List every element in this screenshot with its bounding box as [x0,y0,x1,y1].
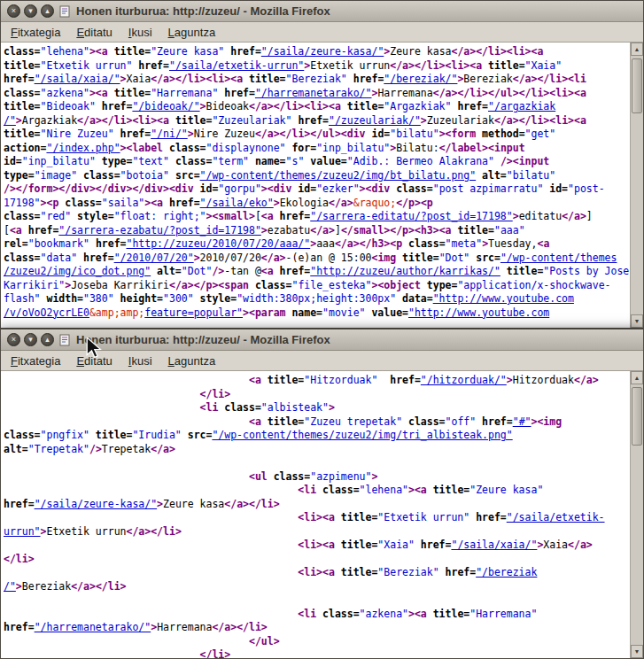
menu-editatu[interactable]: Editatu [68,351,120,370]
source-line: flash" width="380" height="300" style="w… [4,292,630,306]
source-line: alt="Trepetak"/>Trepetak</a> [4,443,630,457]
window-controls: ×▾▴ [7,333,54,346]
source-pane[interactable]: class="lehena"><a title="Zeure kasa" hre… [1,43,630,328]
source-line: /></form></div></div></div><div id="gorp… [4,182,630,197]
scroll-down-icon[interactable]: ▼ [631,314,643,328]
menu-ikusi[interactable]: Ikusi [120,22,160,42]
menubar: FitxategiaEditatuIkusiLaguntza [1,22,643,43]
source-line: title="Bideoak" href="/bideoak/">Bideoak… [4,100,630,114]
maximize-button[interactable]: ▴ [41,4,54,18]
scroll-down-icon[interactable]: ▼ [631,645,643,658]
source-line: /">Bereziak</a></li> [4,580,630,594]
window-title: Honen iturburua: http://zuzeu/ - Mozilla… [76,333,330,346]
document-icon [58,333,72,346]
source-line: id="inp_bilatu" type="text" class="term"… [4,155,630,169]
source-line: <li><a title="Xaia" href="/saila/xaia/">… [4,539,630,553]
menu-laguntza[interactable]: Laguntza [160,22,224,42]
source-line: 17198"><p class="saila"><a href="/saila/… [4,197,630,211]
source-line [4,456,630,470]
window-controls: ×▾▴ [7,4,54,18]
source-line: rel="bookmark" href="http://zuzeu/2010/0… [4,237,630,252]
view-source-window-2: ×▾▴ Honen iturburua: http://zuzeu/ - Moz… [0,329,644,659]
source-line: class="red" style="float: right;"><small… [4,210,630,224]
source-line: class="lehena"><a title="Zeure kasa" hre… [4,45,630,59]
source-line: class="pngfix" title="Irudia" src="/wp-c… [4,429,630,443]
source-line: <li class="lehena"><a title="Zeure kasa" [4,484,630,498]
source-pane[interactable]: <a title="Hitzorduak" href="/hitzorduak/… [1,371,630,658]
source-line: href="/harremanetarako/">Harremana</a></… [4,621,630,635]
source-line: <li><a title="Bereziak" href="/bereziak [4,566,630,580]
menu-editatu[interactable]: Editatu [68,22,120,42]
source-line: title="Etxetik urrun" href="/saila/etxet… [4,59,630,74]
scroll-up-icon[interactable]: ▲ [631,371,643,384]
window-title: Honen iturburua: http://zuzeu/ - Mozilla… [76,4,330,18]
source-line: [<a href="/sarrera-ezabatu/?post_id=1719… [4,224,630,238]
source-line: href="/saila/xaia/">Xaia</a></li><li><a … [4,73,630,87]
source-line: <ul class="azpimenu"> [4,470,630,485]
menu-ikusi[interactable]: Ikusi [120,351,160,370]
source-line: href="/saila/zeure-kasa/">Zeure kasa</a>… [4,498,630,512]
content-area: class="lehena"><a title="Zeure kasa" hre… [1,43,643,328]
source-line: type="image" class="botoia" src="/wp-con… [4,169,630,183]
view-source-window-1: ×▾▴ Honen iturburua: http://zuzeu/ - Moz… [0,0,644,329]
menu-fitxategia[interactable]: Fitxategia [3,351,68,370]
source-line: class="data" href="/2010/07/20">2010/07/… [4,252,630,266]
source-line: /v/oVoO2ycrLE0&amp;amp;feature=popular">… [4,306,630,321]
scrollbar-thumb[interactable] [632,387,642,446]
source-line: </li> [4,388,630,402]
source-line: <a title="Hitzorduak" href="/hitzorduak/… [4,374,630,388]
source-line: Karrikiri">Joseba Karrikiri</a></p><span… [4,279,630,293]
close-button[interactable]: × [7,333,20,346]
source-line: <li><a title="Etxetik urrun" href="/sail… [4,511,630,525]
source-line: </li> [4,553,630,567]
source-line: <li class="azkena"><a title="Harremana" [4,608,630,622]
source-line: <li class="albisteak"> [4,401,630,415]
source-line: /zuzeu2/img/ico_dot.png" alt="Dot"/>-tan… [4,265,630,279]
document-icon [58,4,72,18]
source-line: /">Argazkiak</a></li><li><a title="Zuzeu… [4,114,630,128]
source-line: title="Nire Zuzeu" href="/ni/">Nire Zuze… [4,128,630,142]
close-button[interactable]: × [7,4,20,18]
source-line: action="/index.php"><label class="displa… [4,142,630,156]
maximize-button[interactable]: ▴ [41,333,54,346]
minimize-button[interactable]: ▾ [24,4,37,18]
menu-fitxategia[interactable]: Fitxategia [3,22,68,42]
minimize-button[interactable]: ▾ [24,333,37,346]
menubar: FitxategiaEditatuIkusiLaguntza [1,351,643,371]
scrollbar-thumb[interactable] [632,58,642,113]
source-line: </ul> [4,635,630,649]
source-line: class="azkena"><a title="Harremana" href… [4,87,630,101]
vertical-scrollbar[interactable]: ▲ ▼ [630,371,643,658]
source-line: urrun">Etxetik urrun</a></li> [4,525,630,539]
vertical-scrollbar[interactable]: ▲ ▼ [630,43,643,328]
source-line [4,593,630,608]
source-line: <a title="Zuzeu trepetak" class="off" hr… [4,415,630,430]
scroll-up-icon[interactable]: ▲ [631,43,643,56]
titlebar[interactable]: ×▾▴ Honen iturburua: http://zuzeu/ - Moz… [1,1,643,22]
menu-laguntza[interactable]: Laguntza [160,351,224,370]
titlebar[interactable]: ×▾▴ Honen iturburua: http://zuzeu/ - Moz… [1,330,643,351]
source-line: </li> [4,648,630,658]
content-area: <a title="Hitzorduak" href="/hitzorduak/… [1,371,643,658]
